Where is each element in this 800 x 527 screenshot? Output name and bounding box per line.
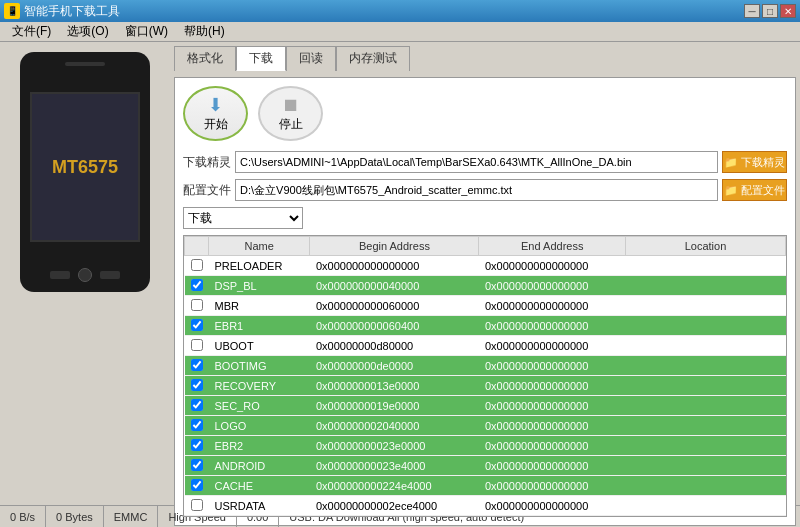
status-storage: EMMC [104,506,159,527]
menu-help[interactable]: 帮助(H) [176,21,233,42]
row-location [626,476,786,496]
table-row: EBR1 0x000000000060400 0x000000000000000 [185,316,786,336]
row-check-cell [185,276,209,296]
start-button[interactable]: ⬇ 开始 [183,86,248,141]
tab-readback[interactable]: 回读 [286,46,336,71]
row-begin: 0x0000000013e0000 [310,376,479,396]
row-begin: 0x000000000060400 [310,316,479,336]
status-bytes: 0 Bytes [46,506,104,527]
row-begin: 0x000000000060000 [310,296,479,316]
action-buttons: ⬇ 开始 ⏹ 停止 [183,86,787,141]
download-agent-row: 下载精灵 📁 下载精灵 [183,151,787,173]
config-file-button[interactable]: 📁 配置文件 [722,179,787,201]
start-label: 开始 [204,116,228,133]
stop-button[interactable]: ⏹ 停止 [258,86,323,141]
download-type-row: 下载 [183,207,787,229]
row-checkbox[interactable] [191,459,203,471]
row-begin: 0x000000000040000 [310,276,479,296]
table-row: UBOOT 0x00000000d80000 0x000000000000000 [185,336,786,356]
row-begin: 0x00000000de0000 [310,356,479,376]
maximize-button[interactable]: □ [762,4,778,18]
titlebar: 📱 智能手机下载工具 ─ □ ✕ [0,0,800,22]
row-name: EBR1 [209,316,310,336]
menu-window[interactable]: 窗口(W) [117,21,176,42]
download-agent-button[interactable]: 📁 下载精灵 [722,151,787,173]
partition-table[interactable]: Name Begin Address End Address Location … [183,235,787,517]
row-checkbox[interactable] [191,499,203,511]
main-container: MT6575 格式化 下载 回读 内存测试 ⬇ 开始 [0,42,800,505]
download-agent-input[interactable] [235,151,718,173]
tab-download[interactable]: 下载 [236,46,286,71]
table-row: LOGO 0x000000002040000 0x000000000000000 [185,416,786,436]
row-end: 0x000000000000000 [479,496,626,516]
tab-memtest[interactable]: 内存测试 [336,46,410,71]
row-check-cell [185,376,209,396]
row-end: 0x000000000000000 [479,416,626,436]
close-button[interactable]: ✕ [780,4,796,18]
row-location [626,356,786,376]
row-end: 0x000000000000000 [479,476,626,496]
row-check-cell [185,496,209,516]
row-checkbox[interactable] [191,319,203,331]
row-end: 0x000000000000000 [479,396,626,416]
row-checkbox[interactable] [191,399,203,411]
row-end: 0x000000000000000 [479,376,626,396]
row-location [626,456,786,476]
row-checkbox[interactable] [191,439,203,451]
row-check-cell [185,316,209,336]
tabs-container: 格式化 下载 回读 内存测试 [174,46,796,71]
menu-file[interactable]: 文件(F) [4,21,59,42]
row-name: SEC_RO [209,396,310,416]
row-checkbox[interactable] [191,359,203,371]
col-begin: Begin Address [310,237,479,256]
phone-panel: MT6575 [0,42,170,505]
row-check-cell [185,396,209,416]
storage-value: EMMC [114,511,148,523]
row-end: 0x000000000000000 [479,296,626,316]
download-agent-label: 下载精灵 [183,154,231,171]
row-location [626,316,786,336]
row-end: 0x000000000000000 [479,276,626,296]
table-row: SEC_RO 0x0000000019e0000 0x0000000000000… [185,396,786,416]
minimize-button[interactable]: ─ [744,4,760,18]
row-check-cell [185,336,209,356]
phone-buttons [50,268,120,282]
row-checkbox[interactable] [191,479,203,491]
row-begin: 0x000000000000000 [310,256,479,276]
transfer-rate-value: 0 B/s [10,511,35,523]
config-file-row: 配置文件 📁 配置文件 [183,179,787,201]
app-icon: 📱 [4,3,20,19]
config-file-input[interactable] [235,179,718,201]
row-location [626,276,786,296]
row-begin: 0x00000000d80000 [310,336,479,356]
table-row: MBR 0x000000000060000 0x000000000000000 [185,296,786,316]
row-checkbox[interactable] [191,299,203,311]
phone-home-btn [78,268,92,282]
row-name: UBOOT [209,336,310,356]
tab-format[interactable]: 格式化 [174,46,236,71]
phone-back-btn [50,271,70,279]
col-check [185,237,209,256]
folder2-icon: 📁 [724,184,738,197]
row-check-cell [185,456,209,476]
row-name: ANDROID [209,456,310,476]
row-begin: 0x00000000023e0000 [310,436,479,456]
stop-label: 停止 [279,116,303,133]
row-check-cell [185,476,209,496]
row-checkbox[interactable] [191,279,203,291]
table-header-row: Name Begin Address End Address Location [185,237,786,256]
table-body: PRELOADER 0x000000000000000 0x0000000000… [185,256,786,516]
col-location: Location [626,237,786,256]
row-checkbox[interactable] [191,379,203,391]
row-checkbox[interactable] [191,339,203,351]
row-check-cell [185,296,209,316]
config-file-btn-label: 配置文件 [741,183,785,198]
bytes-value: 0 Bytes [56,511,93,523]
row-end: 0x000000000000000 [479,456,626,476]
row-checkbox[interactable] [191,419,203,431]
row-location [626,256,786,276]
row-checkbox[interactable] [191,259,203,271]
menubar: 文件(F) 选项(O) 窗口(W) 帮助(H) [0,22,800,42]
download-type-select[interactable]: 下载 [183,207,303,229]
menu-options[interactable]: 选项(O) [59,21,116,42]
